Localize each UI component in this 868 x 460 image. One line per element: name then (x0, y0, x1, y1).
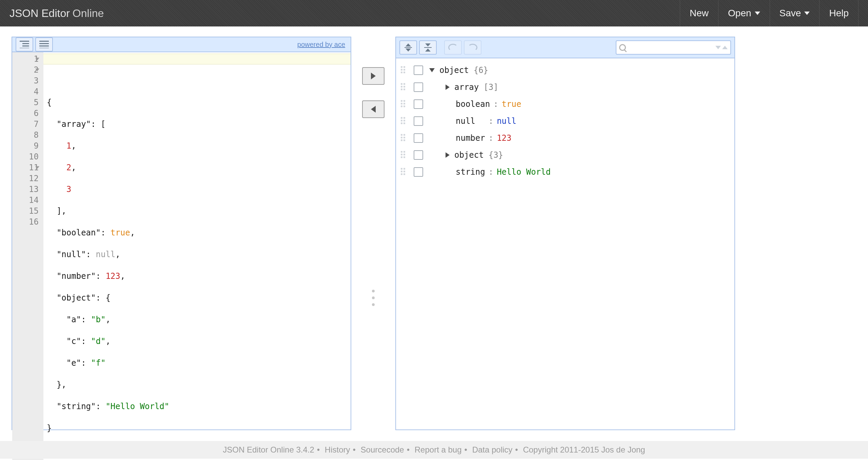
tree-node-array[interactable]: array [3] (401, 79, 730, 96)
expand-all-icon (405, 43, 412, 52)
footer-source-link[interactable]: Sourcecode (358, 445, 407, 454)
app-title-strong: JSON Editor (9, 7, 70, 20)
node-menu-icon[interactable] (414, 150, 423, 160)
node-menu-icon[interactable] (414, 133, 423, 143)
search-icon (619, 44, 626, 51)
tree-node-object[interactable]: object {3} (401, 147, 730, 164)
footer-policy-link[interactable]: Data policy (470, 445, 515, 454)
tree-key[interactable]: boolean (456, 96, 490, 113)
tree-key[interactable]: object (454, 147, 484, 164)
node-menu-icon[interactable] (414, 65, 423, 75)
node-menu-icon[interactable] (414, 99, 423, 109)
tree-root-count: {6} (474, 62, 488, 79)
drag-handle-icon[interactable] (401, 66, 409, 74)
footer-copyright: Copyright 2011-2015 Jos de Jong (520, 445, 648, 454)
caret-right-icon[interactable] (446, 84, 450, 90)
code-toolbar: powered by ace (12, 37, 351, 52)
search-input[interactable] (629, 44, 715, 52)
tree-value[interactable]: 123 (497, 130, 511, 147)
drag-handle-icon[interactable] (401, 168, 409, 176)
tree-node-string[interactable]: string : Hello World (401, 164, 730, 180)
separator: : (485, 130, 497, 147)
search-next-icon[interactable] (715, 46, 721, 49)
footer-bug-link[interactable]: Report a bug (412, 445, 465, 454)
drag-handle-icon[interactable] (401, 151, 409, 159)
copy-left-button[interactable] (362, 100, 384, 118)
code-text[interactable]: { "array": [ 1, 2, 3 ], "boolean": true,… (43, 52, 351, 460)
transfer-column (351, 37, 395, 430)
drag-handle-icon[interactable] (401, 100, 409, 108)
collapse-all-icon (424, 43, 432, 52)
node-menu-icon[interactable] (414, 82, 423, 92)
undo-icon (448, 44, 458, 51)
undo-button[interactable] (444, 40, 462, 55)
compact-button[interactable] (35, 37, 53, 52)
app-title-light: Online (73, 7, 104, 20)
format-button[interactable] (16, 37, 33, 52)
caret-right-icon[interactable] (446, 152, 450, 158)
code-panel: powered by ace 1 2 3 4 5 6 7 8 9 10 11 1… (12, 37, 351, 430)
tree-toolbar (396, 37, 734, 58)
tree-key[interactable]: string (456, 164, 485, 180)
tree-value[interactable]: true (502, 96, 521, 113)
arrow-right-icon (371, 73, 376, 79)
tree-key[interactable]: array (454, 79, 479, 96)
drag-handle-icon[interactable] (401, 134, 409, 142)
compact-icon (39, 41, 49, 48)
format-icon (20, 41, 29, 48)
main-area: powered by ace 1 2 3 4 5 6 7 8 9 10 11 1… (0, 26, 868, 440)
fold-icon[interactable] (35, 58, 39, 60)
caret-down-icon[interactable] (429, 68, 435, 72)
menu-save[interactable]: Save (770, 0, 820, 26)
copy-right-button[interactable] (362, 67, 384, 85)
tree-node-boolean[interactable]: boolean : true (401, 96, 730, 113)
dropdown-icon (755, 12, 760, 15)
splitter-handle[interactable] (372, 290, 375, 306)
tree-root-label: object (439, 62, 469, 79)
tree-node-number[interactable]: number : 123 (401, 130, 730, 147)
search-box[interactable] (616, 40, 731, 55)
redo-icon (468, 44, 477, 51)
arrow-left-icon (371, 106, 376, 113)
dropdown-icon (804, 12, 810, 15)
line-gutter: 1 2 3 4 5 6 7 8 9 10 11 12 13 14 15 16 (12, 52, 43, 460)
tree-panel: object {6} array [3] boolean : true (395, 37, 735, 430)
tree-value[interactable]: null (497, 113, 516, 130)
tree-meta: {3} (489, 147, 503, 164)
separator: : (490, 96, 501, 113)
fold-icon[interactable] (35, 69, 39, 71)
powered-by-link[interactable]: powered by ace (297, 41, 345, 49)
menu-open[interactable]: Open (718, 0, 770, 26)
tree-root[interactable]: object {6} (401, 62, 730, 79)
search-prev-icon[interactable] (722, 46, 728, 49)
tree-key[interactable]: number (456, 130, 485, 147)
active-line-highlight (43, 54, 351, 64)
separator: : (475, 113, 497, 130)
tree-editor[interactable]: object {6} array [3] boolean : true (396, 58, 734, 429)
menu-new[interactable]: New (680, 0, 718, 26)
fold-icon[interactable] (35, 166, 39, 169)
drag-handle-icon[interactable] (401, 117, 409, 125)
menu-help[interactable]: Help (819, 0, 859, 26)
tree-node-null[interactable]: null : null (401, 113, 730, 130)
tree-value[interactable]: Hello World (497, 164, 551, 180)
app-title: JSON Editor Online (9, 7, 104, 20)
node-menu-icon[interactable] (414, 116, 423, 126)
node-menu-icon[interactable] (414, 167, 423, 177)
collapse-all-button[interactable] (419, 40, 437, 55)
app-header: JSON Editor Online New Open Save Help (0, 0, 868, 26)
code-editor[interactable]: 1 2 3 4 5 6 7 8 9 10 11 12 13 14 15 16 {… (12, 52, 351, 460)
redo-button[interactable] (464, 40, 481, 55)
drag-handle-icon[interactable] (401, 83, 409, 91)
separator: : (485, 164, 497, 180)
tree-meta: [3] (484, 79, 498, 96)
main-menu: New Open Save Help (680, 0, 859, 26)
expand-all-button[interactable] (399, 40, 417, 55)
tree-key[interactable]: null (456, 113, 475, 130)
